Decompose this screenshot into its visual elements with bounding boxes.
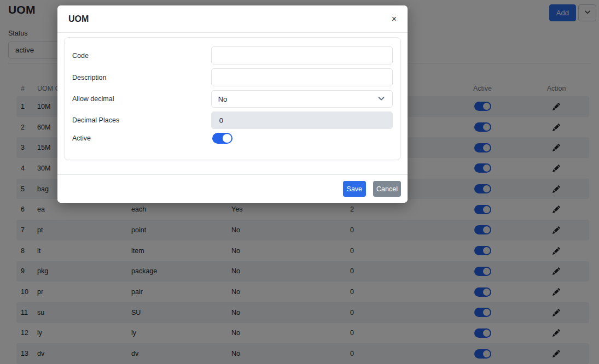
description-input[interactable] [211, 68, 393, 86]
decimal-places-label: Decimal Places [72, 116, 211, 124]
active-label: Active [72, 134, 212, 142]
close-icon[interactable]: × [392, 15, 397, 24]
description-label: Description [72, 74, 211, 81]
modal-body: Code Description Allow decimal No [57, 33, 408, 174]
decimal-places-field-row: Decimal Places [72, 111, 393, 129]
modal-header: UOM × [57, 5, 408, 33]
modal-footer: Save Cancel [57, 174, 408, 203]
active-field-row: Active [72, 133, 393, 144]
modal-form-card: Code Description Allow decimal No [64, 37, 401, 160]
allow-decimal-select[interactable]: No [211, 90, 393, 108]
decimal-places-input [211, 111, 393, 129]
allow-decimal-field-row: Allow decimal No [72, 90, 393, 108]
allow-decimal-label: Allow decimal [72, 95, 211, 103]
cancel-button[interactable]: Cancel [373, 181, 401, 197]
allow-decimal-select-value: No [218, 95, 228, 103]
code-input[interactable] [211, 46, 393, 64]
active-toggle[interactable] [212, 133, 232, 144]
save-button[interactable]: Save [343, 181, 367, 197]
description-field-row: Description [72, 68, 393, 86]
toggle-knob [223, 134, 231, 143]
code-label: Code [72, 52, 211, 60]
uom-page: UOM Add Status active # UOM Code Descrip… [0, 0, 599, 364]
uom-modal: UOM × Code Description Allow decimal No [57, 5, 408, 203]
code-field-row: Code [72, 46, 393, 64]
modal-title: UOM [68, 14, 89, 24]
chevron-down-icon [377, 95, 386, 104]
